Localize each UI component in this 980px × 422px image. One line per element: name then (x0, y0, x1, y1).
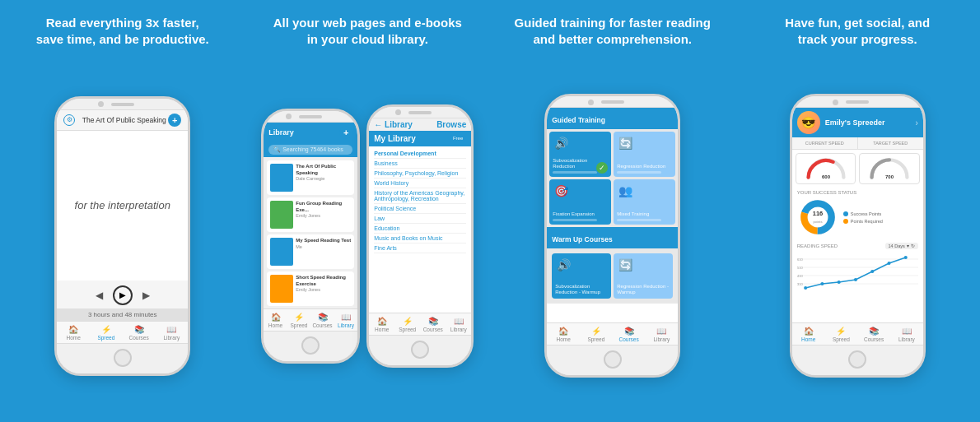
success-section: YOUR SUCCESS STATUS 116 points (792, 188, 923, 240)
book-name-3: My Speed Reading Test (296, 238, 351, 244)
library-search-bar[interactable]: 🔍 Searching 75464 books (264, 142, 357, 157)
prev-button[interactable]: ◀ (96, 290, 103, 301)
list-item[interactable]: Short Speed Reading Exercise Emily Jones (267, 271, 354, 306)
nav-courses-label-r: Courses (423, 327, 443, 332)
nav-library-r[interactable]: 📖 Library (446, 313, 471, 335)
legend-required: Points Required (843, 219, 883, 224)
social-screen: 😎 Emily's Spreeder › CURRENT SPEED TARGE… (792, 108, 923, 345)
settings-icon[interactable]: ⚙ (63, 114, 75, 126)
warmup-card-subvocal[interactable]: 🔊 Subvocalization Reduction - Warmup (552, 253, 611, 299)
training-card-subvocal[interactable]: 🔊 ✓ Subvocalization Reduction (549, 132, 611, 177)
list-item[interactable]: Fun Group Reading Exe... Emily Jones (267, 197, 354, 232)
nav-home-t[interactable]: 🏠 Home (547, 323, 580, 345)
camera-icon (98, 101, 104, 107)
nav-library-s[interactable]: 📖 Library (890, 323, 923, 345)
nav-courses-label-t: Courses (619, 336, 639, 342)
time-remaining: 3 hours and 48 minutes (57, 308, 188, 321)
avatar-image: 😎 (797, 111, 820, 134)
nav-library-label-r: Library (450, 327, 467, 332)
filter-button[interactable]: Free (450, 135, 466, 141)
warmup-subvocal-label: Subvocalization Reduction - Warmup (555, 284, 608, 295)
browse-item[interactable]: Education (374, 224, 466, 234)
book-author-1: Dale Carnegie (296, 176, 351, 181)
nav-library-t[interactable]: 📖 Library (646, 323, 679, 345)
nav-home-label: Home (66, 335, 80, 341)
panel-library-tagline: All your web pages and e-books in your c… (273, 15, 462, 49)
reading-area: for the interpretation (57, 131, 188, 281)
browse-item[interactable]: Political Science (374, 204, 466, 214)
nav-courses-l[interactable]: 📚 Courses (310, 309, 334, 331)
refresh-icon[interactable]: ↻ (911, 243, 915, 248)
browse-item[interactable]: Personal Development (374, 149, 466, 159)
next-button[interactable]: ▶ (142, 290, 150, 301)
play-button[interactable]: ▶ (113, 285, 133, 305)
warmup-regression-icon: 🔄 (618, 258, 632, 271)
library-add-button[interactable]: + (339, 126, 352, 139)
browse-item[interactable]: History of the Americas Geography, Anthr… (374, 188, 466, 204)
add-book-button[interactable]: + (168, 114, 181, 127)
book-thumb-4 (270, 275, 293, 303)
home-icon-t: 🏠 (558, 327, 568, 336)
spreed-icon: ⚡ (101, 325, 111, 334)
book-info-2: Fun Group Reading Exe... Emily Jones (296, 201, 351, 229)
phone-top-bar-4 (547, 96, 678, 108)
nav-spreed-s[interactable]: ⚡ Spreed (825, 323, 858, 345)
browse-item[interactable]: Philosophy, Psychology, Religion (374, 169, 466, 179)
svg-point-11 (804, 286, 807, 290)
home-button-4[interactable] (604, 350, 622, 369)
browse-item[interactable]: Business (374, 159, 466, 169)
fixation-progress (553, 219, 597, 221)
nav-spreed[interactable]: ⚡ Spreed (90, 322, 123, 343)
home-button-3[interactable] (411, 341, 429, 359)
nav-courses[interactable]: 📚 Courses (123, 322, 156, 343)
browse-item[interactable]: Music and Books on Music (374, 234, 466, 243)
browse-item[interactable]: World History (374, 179, 466, 188)
nav-spreed-label: Spreed (97, 335, 114, 341)
nav-home-l[interactable]: 🏠 Home (264, 309, 287, 331)
warmup-card-regression[interactable]: 🔄 Regression Reduction - Warmup (614, 253, 673, 299)
browse-item[interactable]: Fine Arts (374, 243, 466, 253)
nav-courses-s[interactable]: 📚 Courses (857, 323, 890, 345)
mixed-icon: 👥 (618, 184, 632, 197)
courses-icon-s: 📚 (869, 327, 879, 336)
nav-library[interactable]: 📖 Library (156, 322, 189, 343)
list-item[interactable]: My Speed Reading Test Me (267, 234, 354, 269)
training-card-fixation[interactable]: 🎯 Fixation Expansion (549, 179, 611, 225)
courses-icon-t: 📚 (624, 327, 634, 336)
nav-home-r[interactable]: 🏠 Home (369, 313, 394, 335)
library-icon-t: 📖 (656, 327, 666, 336)
book-title: The Art Of Public Speaking (80, 116, 168, 124)
speaker-icon-4 (601, 100, 624, 104)
search-field[interactable]: 🔍 Searching 75464 books (268, 145, 352, 155)
svg-text:610: 610 (797, 257, 804, 262)
home-button-2[interactable] (301, 336, 320, 355)
nav-home-s[interactable]: 🏠 Home (792, 323, 825, 345)
nav-home-label-t: Home (556, 336, 570, 342)
period-selector[interactable]: 14 Days ▾ ↻ (885, 243, 918, 249)
warmup-regression-label: Regression Reduction - Warmup (617, 284, 670, 295)
spreed-icon-r: ⚡ (403, 317, 413, 326)
nav-home[interactable]: 🏠 Home (57, 322, 90, 343)
book-author-2: Emily Jones (296, 213, 351, 218)
list-item[interactable]: The Art Of Public Speaking Dale Carnegie (267, 160, 354, 195)
camera-icon-5 (833, 100, 838, 105)
browse-item[interactable]: Law (374, 214, 466, 224)
nav-library-l[interactable]: 📖 Library (334, 309, 358, 331)
home-button-5[interactable] (848, 350, 866, 369)
training-card-mixed[interactable]: 👥 Mixed Training (614, 179, 675, 225)
home-button[interactable] (114, 349, 132, 367)
nav-courses-r[interactable]: 📚 Courses (420, 313, 446, 335)
nav-spreed-r[interactable]: ⚡ Spreed (394, 313, 420, 335)
nav-spreed-t[interactable]: ⚡ Spreed (580, 323, 613, 345)
browse-back[interactable]: ← Library (374, 120, 413, 129)
training-card-regression[interactable]: 🔄 Regression Reduction (614, 132, 675, 177)
book-info-1: The Art Of Public Speaking Dale Carnegie (296, 164, 351, 192)
library-icon-r: 📖 (454, 317, 464, 326)
nav-spreed-l[interactable]: ⚡ Spreed (287, 309, 311, 331)
nav-library-label-s: Library (898, 336, 915, 342)
training-screen: Guided Training 🔊 ✓ Subvocalization Redu… (547, 108, 678, 345)
phone-training-wrapper: Guided Training 🔊 ✓ Subvocalization Redu… (500, 60, 726, 413)
nav-courses-t[interactable]: 📚 Courses (613, 323, 646, 345)
phone-bottom-bar-2 (264, 331, 357, 361)
courses-icon: 📚 (134, 325, 144, 334)
